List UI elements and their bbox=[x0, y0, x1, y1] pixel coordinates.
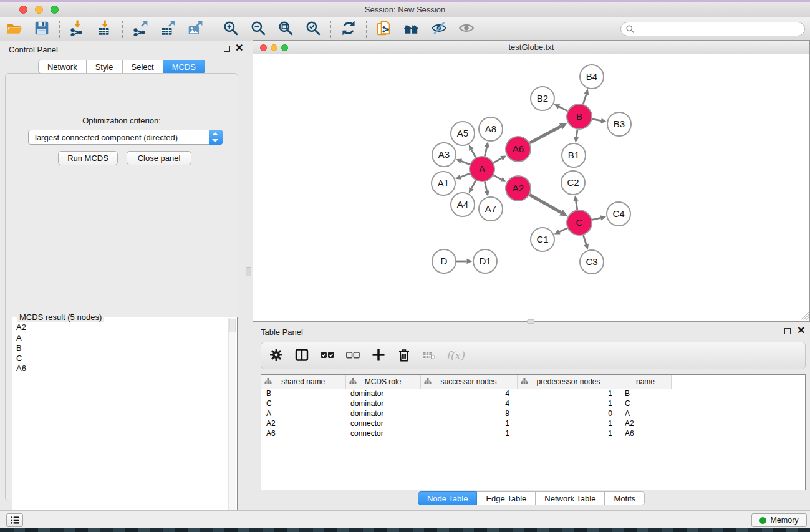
cell-successor-nodes[interactable]: 4 bbox=[420, 389, 517, 399]
network-graph[interactable]: AA1A3A5A8A4A7A6A2BB2B4B3B1CC2C1C4C3DD1 bbox=[254, 55, 809, 321]
edge-A-A1[interactable] bbox=[461, 173, 470, 177]
cell-mcds-role[interactable]: dominator bbox=[345, 389, 420, 399]
cell-shared-name[interactable]: C bbox=[261, 399, 345, 409]
select-all-rows-button[interactable] bbox=[319, 347, 336, 364]
table-panel-float-icon[interactable] bbox=[784, 328, 791, 334]
edge-A-A6[interactable] bbox=[493, 158, 501, 163]
open-session-button[interactable] bbox=[5, 20, 24, 39]
cell-name[interactable]: C bbox=[620, 399, 671, 409]
cell-shared-name[interactable]: A6 bbox=[261, 428, 345, 438]
cell-successor-nodes[interactable]: 1 bbox=[420, 428, 517, 438]
show-column-button[interactable] bbox=[293, 347, 311, 364]
memory-button[interactable]: Memory bbox=[751, 513, 807, 527]
cell-shared-name[interactable]: A bbox=[261, 409, 345, 418]
refresh-layout-button[interactable] bbox=[339, 20, 358, 39]
cell-mcds-role[interactable]: dominator bbox=[345, 409, 420, 418]
result-item[interactable]: A bbox=[16, 333, 227, 344]
cell-shared-name[interactable]: B bbox=[261, 389, 345, 399]
window-resize-gripper[interactable] bbox=[800, 312, 808, 320]
cell-mcds-role[interactable]: connector bbox=[345, 418, 420, 428]
cell-name[interactable]: A2 bbox=[620, 418, 671, 428]
result-item[interactable]: C bbox=[16, 354, 227, 364]
cell-name[interactable]: A6 bbox=[620, 428, 671, 438]
add-column-button[interactable] bbox=[370, 347, 387, 364]
result-item[interactable]: A6 bbox=[16, 364, 227, 374]
cell-mcds-role[interactable]: connector bbox=[345, 428, 420, 438]
edge-A-A4[interactable] bbox=[471, 180, 476, 188]
cell-successor-nodes[interactable]: 8 bbox=[420, 409, 517, 418]
close-panel-button[interactable]: Close panel bbox=[127, 151, 191, 165]
export-table-button[interactable] bbox=[158, 20, 177, 39]
first-neighbors-button[interactable] bbox=[402, 20, 421, 39]
table-row[interactable]: Cdominator41C bbox=[261, 399, 805, 409]
edge-B-B2[interactable] bbox=[559, 107, 567, 111]
save-session-button[interactable] bbox=[32, 20, 51, 39]
network-window-titlebar[interactable]: testGlobe.txt bbox=[253, 41, 809, 54]
table-row[interactable]: Bdominator41B bbox=[261, 389, 805, 399]
zoom-out-button[interactable] bbox=[249, 20, 268, 39]
table-row[interactable]: Adominator80A bbox=[261, 409, 805, 418]
edge-A-A2[interactable] bbox=[494, 175, 502, 180]
mcds-result-list[interactable]: A2ABCA6 bbox=[16, 322, 227, 523]
table-panel-close-icon[interactable]: ✕ bbox=[797, 327, 805, 334]
edge-C-C3[interactable] bbox=[583, 235, 586, 244]
tab-edge-table[interactable]: Edge Table bbox=[477, 491, 536, 505]
tab-motifs[interactable]: Motifs bbox=[605, 491, 645, 505]
show-all-button[interactable] bbox=[457, 20, 476, 39]
table-row[interactable]: A2connector11A2 bbox=[261, 418, 805, 428]
edge-A2-C[interactable] bbox=[529, 195, 561, 212]
table-settings-button[interactable] bbox=[268, 347, 285, 364]
cell-predecessor-nodes[interactable]: 1 bbox=[517, 428, 620, 438]
result-item[interactable]: A2 bbox=[16, 322, 227, 333]
edge-C-C2[interactable] bbox=[576, 201, 577, 210]
table-row[interactable]: A6connector11A6 bbox=[261, 428, 805, 438]
cell-successor-nodes[interactable]: 4 bbox=[420, 399, 517, 409]
tab-network-table[interactable]: Network Table bbox=[536, 491, 605, 505]
control-panel-float-icon[interactable] bbox=[224, 46, 230, 52]
run-mcds-button[interactable]: Run MCDS bbox=[58, 151, 118, 165]
dropdown-stepper-icon[interactable] bbox=[209, 130, 223, 145]
edge-A-A3[interactable] bbox=[461, 161, 470, 164]
search-input[interactable] bbox=[620, 22, 805, 36]
edge-A6-B[interactable] bbox=[530, 127, 561, 143]
criterion-dropdown[interactable]: largest connected component (directed) bbox=[28, 130, 223, 145]
task-history-button[interactable] bbox=[6, 513, 23, 527]
cell-predecessor-nodes[interactable]: 0 bbox=[517, 409, 620, 418]
edge-A-A5[interactable] bbox=[471, 150, 476, 158]
cell-name[interactable]: A bbox=[620, 409, 671, 418]
cell-predecessor-nodes[interactable]: 1 bbox=[517, 418, 620, 428]
vertical-splitter-handle[interactable] bbox=[246, 267, 251, 276]
result-item[interactable]: B bbox=[16, 343, 227, 354]
delete-column-button[interactable] bbox=[395, 347, 413, 364]
zoom-in-button[interactable] bbox=[221, 20, 240, 39]
node-table[interactable]: shared nameMCDS rolesuccessor nodesprede… bbox=[261, 374, 806, 490]
column-header-predecessor-nodes[interactable]: predecessor nodes bbox=[517, 375, 620, 389]
function-builder-button[interactable]: f(x) bbox=[446, 347, 464, 364]
edge-B-B4[interactable] bbox=[583, 94, 586, 104]
tab-network[interactable]: Network bbox=[38, 60, 87, 74]
cell-predecessor-nodes[interactable]: 1 bbox=[517, 399, 620, 409]
zoom-selected-button[interactable] bbox=[304, 20, 322, 39]
cell-predecessor-nodes[interactable]: 1 bbox=[517, 389, 620, 399]
network-canvas[interactable]: AA1A3A5A8A4A7A6A2BB2B4B3B1CC2C1C4C3DD1 bbox=[254, 55, 809, 321]
import-network-button[interactable] bbox=[68, 20, 87, 39]
cell-name[interactable]: B bbox=[620, 389, 671, 399]
duplicate-network-button[interactable] bbox=[375, 20, 393, 39]
tab-mcds[interactable]: MCDS bbox=[163, 60, 205, 74]
edge-A-A8[interactable] bbox=[485, 147, 486, 157]
result-scrollbar[interactable] bbox=[228, 318, 236, 525]
column-header-shared-name[interactable]: shared name bbox=[261, 375, 345, 389]
tab-style[interactable]: Style bbox=[87, 60, 123, 74]
horizontal-splitter-handle[interactable] bbox=[527, 319, 534, 324]
export-network-button[interactable] bbox=[131, 20, 150, 39]
zoom-fit-button[interactable] bbox=[276, 20, 295, 39]
deselect-all-rows-button[interactable] bbox=[344, 347, 362, 364]
edge-A-A7[interactable] bbox=[485, 182, 486, 191]
column-header-mcds-role[interactable]: MCDS role bbox=[345, 375, 420, 389]
cell-successor-nodes[interactable]: 1 bbox=[420, 418, 517, 428]
tab-select[interactable]: Select bbox=[123, 60, 163, 74]
delete-table-button[interactable] bbox=[421, 347, 438, 364]
import-table-button[interactable] bbox=[95, 20, 114, 39]
edge-B-B1[interactable] bbox=[576, 130, 577, 137]
edge-C-C4[interactable] bbox=[592, 218, 600, 220]
